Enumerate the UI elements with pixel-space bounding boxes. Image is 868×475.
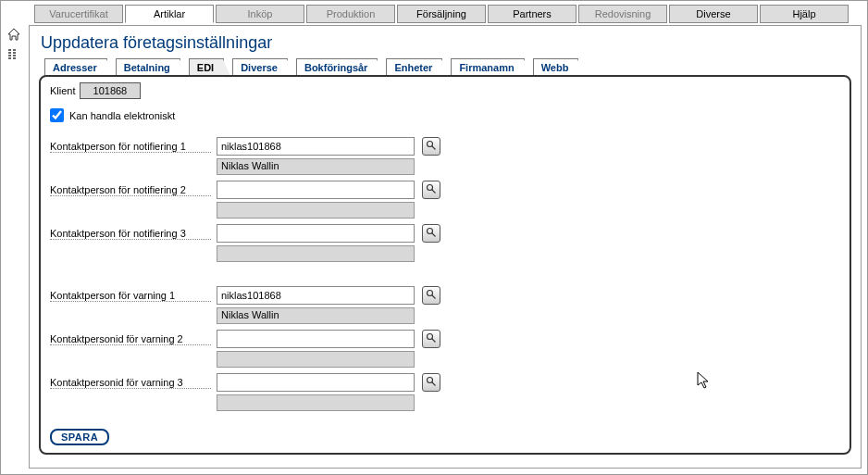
tab-hjalp[interactable]: Hjälp: [760, 5, 849, 23]
svg-point-8: [428, 334, 433, 340]
tab-redovisning[interactable]: Redovisning: [578, 5, 667, 23]
varn2-label: Kontaktpersonid för varning 2: [50, 330, 211, 345]
search-icon: [426, 227, 437, 240]
svg-point-2: [428, 185, 433, 191]
inner-tab-edi[interactable]: EDI: [189, 58, 224, 76]
notif1-label: Kontaktperson för notifiering 1: [50, 137, 211, 153]
save-button[interactable]: SPARA: [50, 429, 109, 445]
svg-line-1: [432, 146, 436, 150]
varn1-display: Niklas Wallin: [217, 307, 415, 324]
tab-inkop[interactable]: Inköp: [216, 5, 304, 23]
search-icon: [426, 183, 437, 196]
tab-varucertifikat[interactable]: Varucertifikat: [34, 5, 123, 23]
klient-label: Klient: [50, 85, 76, 96]
edi-panel: Klient 101868 Kan handla elektroniskt Ko…: [39, 75, 851, 455]
inner-tab-diverse[interactable]: Diverse: [232, 58, 288, 76]
inner-tab-betalning[interactable]: Betalning: [116, 58, 180, 76]
notif3-label: Kontaktperson för notifiering 3: [50, 224, 211, 240]
notif3-input[interactable]: [217, 224, 415, 243]
varn3-label: Kontaktpersonid för varning 3: [50, 373, 211, 389]
svg-line-7: [432, 295, 436, 299]
inner-tabs: Adresser Betalning EDI Diverse Bokföring…: [39, 58, 851, 76]
left-icon-bar: [5, 27, 23, 62]
inner-tab-webb[interactable]: Webb: [533, 58, 579, 76]
inner-tab-adresser[interactable]: Adresser: [44, 58, 107, 76]
svg-line-9: [432, 339, 436, 343]
tab-diverse[interactable]: Diverse: [669, 5, 758, 23]
list-icon[interactable]: [6, 47, 21, 62]
svg-line-5: [432, 233, 436, 237]
svg-point-6: [428, 291, 433, 296]
notif3-lookup-button[interactable]: [422, 224, 440, 243]
home-icon[interactable]: [6, 27, 21, 42]
page-title: Uppdatera företagsinställningar: [41, 33, 851, 53]
varn1-lookup-button[interactable]: [422, 286, 440, 305]
search-icon: [426, 140, 437, 153]
varn1-input[interactable]: [217, 286, 415, 305]
svg-point-0: [428, 142, 433, 147]
notif2-label: Kontaktperson för notifiering 2: [50, 181, 211, 196]
tab-artiklar[interactable]: Artiklar: [125, 5, 214, 23]
notif3-display: [217, 245, 415, 262]
notif2-lookup-button[interactable]: [422, 181, 440, 199]
inner-tab-bokforingsar[interactable]: Bokföringsår: [296, 58, 378, 76]
klient-value: 101868: [80, 82, 142, 99]
top-tabs: Varucertifikat Artiklar Inköp Produktion…: [1, 1, 867, 23]
tab-produktion[interactable]: Produktion: [306, 5, 395, 23]
varn3-input[interactable]: [217, 373, 415, 392]
tab-forsaljning[interactable]: Försäljning: [397, 5, 486, 23]
svg-line-11: [432, 382, 436, 386]
svg-point-4: [428, 229, 433, 234]
varn2-input[interactable]: [217, 330, 415, 348]
notif2-input[interactable]: [217, 181, 415, 199]
notif1-display: Niklas Wallin: [217, 158, 415, 175]
svg-line-3: [432, 190, 436, 194]
elektroniskt-checkbox[interactable]: [50, 108, 64, 122]
varn3-display: [217, 394, 415, 411]
varn1-label: Kontaktperson för varning 1: [50, 286, 211, 302]
notif1-lookup-button[interactable]: [422, 137, 440, 156]
svg-point-10: [428, 378, 433, 383]
inner-tab-firmanamn[interactable]: Firmanamn: [451, 58, 524, 76]
notif1-input[interactable]: [217, 137, 415, 156]
varn2-lookup-button[interactable]: [422, 330, 440, 348]
varn3-lookup-button[interactable]: [422, 373, 440, 392]
varn2-display: [217, 351, 415, 368]
tab-partners[interactable]: Partners: [488, 5, 577, 23]
search-icon: [426, 376, 437, 389]
notif2-display: [217, 202, 415, 219]
inner-tab-enheter[interactable]: Enheter: [386, 58, 442, 76]
search-icon: [426, 332, 437, 345]
elektroniskt-label: Kan handla elektroniskt: [69, 110, 175, 121]
search-icon: [426, 289, 437, 302]
